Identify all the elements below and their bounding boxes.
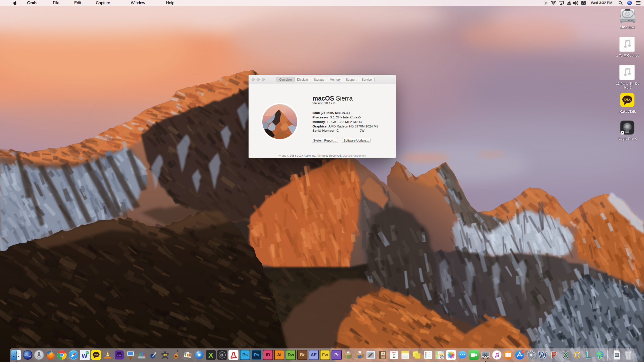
svg-text:W: W bbox=[538, 350, 547, 360]
svg-text:X: X bbox=[562, 350, 569, 360]
svg-text:L: L bbox=[586, 350, 591, 360]
svg-text:6: 6 bbox=[392, 353, 395, 359]
svg-text:30: 30 bbox=[441, 356, 443, 358]
svg-text:O: O bbox=[574, 350, 581, 360]
svg-text:13: 13 bbox=[522, 351, 524, 353]
svg-text:TALK: TALK bbox=[94, 354, 99, 356]
svg-text:X: X bbox=[208, 351, 213, 359]
svg-text:TALK: TALK bbox=[624, 98, 631, 101]
svg-text:P: P bbox=[551, 350, 557, 360]
svg-text:NOV: NOV bbox=[392, 351, 396, 353]
